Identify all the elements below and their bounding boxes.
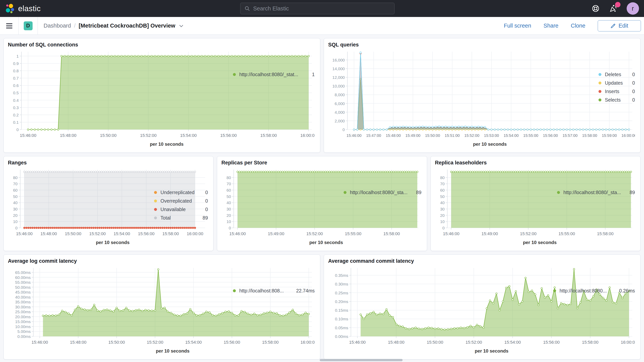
- share-link[interactable]: Share: [544, 22, 558, 29]
- svg-text:15:52:00: 15:52:00: [89, 231, 106, 236]
- legend-series-label: Total: [160, 215, 171, 221]
- svg-text:50: 50: [440, 194, 444, 199]
- svg-text:0.25ms: 0.25ms: [335, 291, 348, 295]
- svg-text:20: 20: [13, 213, 18, 218]
- legend-series-value: 1: [307, 72, 315, 77]
- legend-series-dot: [598, 90, 602, 93]
- full-screen-link[interactable]: Full screen: [504, 22, 531, 29]
- svg-text:per 10 seconds: per 10 seconds: [473, 142, 507, 147]
- svg-text:20.00ms: 20.00ms: [15, 314, 31, 319]
- svg-text:0: 0: [342, 128, 345, 132]
- svg-text:40: 40: [226, 200, 231, 205]
- panel-title: Replica leaseholders: [435, 160, 636, 166]
- breadcrumb-dashboard-link[interactable]: Dashboard: [44, 22, 71, 29]
- svg-text:10: 10: [440, 219, 444, 224]
- legend-item[interactable]: Updates0: [598, 79, 635, 87]
- legend-item[interactable]: Unavailable0: [154, 205, 208, 214]
- legend-replicas-per-store: http://localhost:8080/_sta...89: [344, 166, 423, 247]
- legend-series-dot: [344, 191, 346, 194]
- horizontal-scrollbar-thumb[interactable]: [320, 359, 402, 361]
- svg-text:60: 60: [440, 188, 444, 192]
- svg-text:40: 40: [440, 200, 444, 205]
- panel-title: SQL queries: [328, 42, 636, 48]
- legend-series-dot: [557, 191, 560, 194]
- legend-avg-command-commit-latency: http://localhost:8080...0.26ms: [553, 265, 636, 355]
- legend-item[interactable]: http://localhost:808...22.74ms: [233, 286, 315, 295]
- svg-text:per 10 seconds: per 10 seconds: [523, 240, 557, 245]
- dashboard-toolbar: D Dashboard / [Metricbeat CockroachDB] O…: [0, 17, 644, 35]
- legend-item[interactable]: Underreplicated0: [154, 188, 208, 196]
- svg-text:60: 60: [13, 188, 18, 192]
- svg-text:15:57:00: 15:57:00: [563, 134, 578, 138]
- help-button[interactable]: [592, 4, 600, 12]
- legend-item[interactable]: Overreplicated0: [154, 196, 208, 205]
- legend-item[interactable]: Total89: [154, 214, 208, 222]
- chart-avg-log-commit-latency[interactable]: 0.00ms5.00ms10.00ms15.00ms20.00ms25.00ms…: [8, 265, 233, 355]
- legend-sql-queries: Deletes0Updates0Inserts0Selects0: [598, 48, 636, 148]
- svg-text:45.00ms: 45.00ms: [15, 290, 31, 294]
- legend-item[interactable]: Inserts0: [598, 87, 635, 96]
- legend-item[interactable]: Deletes0: [598, 70, 635, 79]
- svg-text:30.00ms: 30.00ms: [15, 305, 31, 309]
- svg-text:70: 70: [13, 182, 18, 186]
- svg-text:0.10ms: 0.10ms: [335, 317, 348, 321]
- global-search-box[interactable]: [240, 3, 394, 14]
- chart-sql-connections[interactable]: 00.10.20.30.40.50.60.70.80.9115:46:0015:…: [8, 48, 233, 148]
- svg-text:15:48:00: 15:48:00: [386, 134, 401, 138]
- legend-ranges: Underreplicated0Overreplicated0Unavailab…: [154, 166, 209, 247]
- svg-text:60.00ms: 60.00ms: [15, 275, 31, 280]
- svg-text:15:53:00: 15:53:00: [484, 134, 499, 138]
- legend-series-value: 0: [628, 80, 635, 86]
- svg-text:15:51:00: 15:51:00: [445, 134, 460, 138]
- legend-series-dot: [233, 73, 236, 76]
- legend-series-dot: [233, 289, 236, 292]
- svg-text:0.30ms: 0.30ms: [335, 282, 348, 286]
- svg-text:0.7: 0.7: [13, 76, 19, 80]
- svg-text:15:49:00: 15:49:00: [482, 231, 498, 236]
- legend-series-label: Overreplicated: [160, 198, 192, 204]
- chevron-down-icon[interactable]: [178, 23, 184, 29]
- chart-avg-command-commit-latency[interactable]: 0.00ms0.05ms0.10ms0.15ms0.20ms0.25ms0.30…: [328, 265, 553, 355]
- svg-text:0.8: 0.8: [13, 68, 19, 73]
- edit-button[interactable]: Edit: [598, 20, 641, 32]
- space-badge[interactable]: D: [24, 22, 32, 30]
- svg-text:per 10 seconds: per 10 seconds: [96, 240, 130, 245]
- legend-series-value: 0: [628, 89, 635, 94]
- top-header-bar: elastic r: [0, 0, 644, 17]
- user-avatar[interactable]: r: [627, 2, 639, 15]
- svg-text:5.00ms: 5.00ms: [17, 329, 31, 334]
- chart-sql-queries[interactable]: 02,0004,0006,0008,00010,00012,00014,0001…: [328, 48, 598, 148]
- chart-ranges[interactable]: 0102030405060708015:46:0015:48:0015:50:0…: [8, 166, 154, 247]
- legend-series-value: 89: [412, 190, 422, 195]
- legend-item[interactable]: http://localhost:8080/_sta...89: [557, 188, 635, 196]
- chart-replica-leaseholders[interactable]: 0102030405060708015:46:0015:49:0015:52:0…: [435, 166, 557, 247]
- news-button[interactable]: [609, 4, 618, 13]
- legend-item[interactable]: http://localhost:8080/_stat...1: [233, 70, 315, 79]
- legend-series-dot: [553, 289, 556, 292]
- svg-text:80: 80: [440, 176, 444, 180]
- legend-item[interactable]: Selects0: [598, 96, 635, 104]
- breadcrumb-separator: /: [74, 22, 76, 29]
- panel-avg-log-commit-latency: Average log commit latency 0.00ms5.00ms1…: [4, 254, 320, 360]
- svg-text:0.05ms: 0.05ms: [335, 326, 348, 330]
- legend-series-label: Deletes: [605, 72, 621, 77]
- legend-item[interactable]: http://localhost:8080/_sta...89: [344, 188, 422, 196]
- menu-button[interactable]: [0, 17, 18, 34]
- clone-link[interactable]: Clone: [571, 22, 586, 29]
- svg-text:15:46:00: 15:46:00: [32, 340, 48, 345]
- legend-series-value: 0.26ms: [614, 288, 635, 294]
- elastic-logo[interactable]: elastic: [5, 4, 41, 14]
- legend-series-value: 89: [625, 190, 635, 195]
- panel-sql-queries: SQL queries 02,0004,0006,0008,00010,0001…: [324, 38, 640, 153]
- search-input[interactable]: [253, 6, 390, 12]
- svg-text:15:52:00: 15:52:00: [147, 340, 163, 345]
- svg-text:per 10 seconds: per 10 seconds: [156, 348, 190, 354]
- legend-item[interactable]: http://localhost:8080...0.26ms: [553, 286, 635, 295]
- space-switcher: D: [18, 17, 38, 34]
- panel-title: Average command commit latency: [328, 258, 636, 264]
- legend-series-label: http://localhost:8080/_stat...: [239, 72, 298, 77]
- chart-replicas-per-store[interactable]: 0102030405060708015:46:0015:49:0015:52:0…: [221, 166, 344, 247]
- legend-series-value: 0: [200, 207, 208, 212]
- legend-series-label: http://localhost:8080/_sta...: [350, 190, 408, 195]
- legend-series-value: 0: [200, 190, 208, 195]
